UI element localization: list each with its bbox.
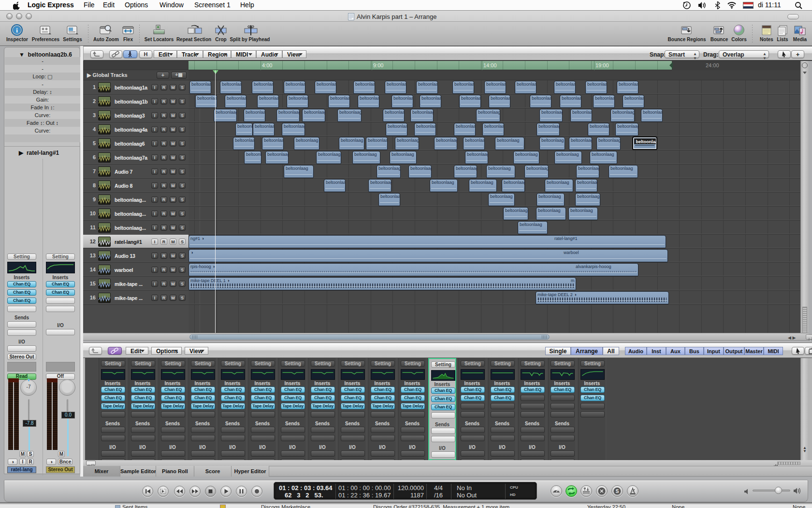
svg-text:S: S	[616, 489, 619, 494]
svg-text:i: i	[16, 27, 18, 34]
